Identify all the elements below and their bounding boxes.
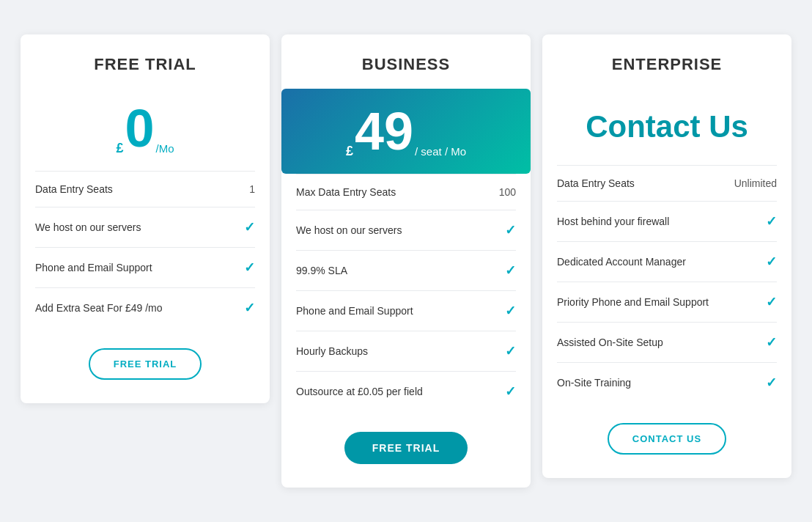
check-icon: ✓ xyxy=(766,294,777,310)
check-icon: ✓ xyxy=(766,375,777,391)
pricing-container: FREE TRIAL£0/MoData Entry Seats1We host … xyxy=(15,34,797,488)
feature-label: 99.9% SLA xyxy=(296,265,347,276)
feature-row: Hourly Backups✓ xyxy=(296,331,516,371)
plan-title-enterprise: ENTERPRISE xyxy=(557,55,777,74)
feature-row: Assisted On-Site Setup✓ xyxy=(557,322,777,362)
feature-value: 100 xyxy=(499,186,516,198)
check-icon: ✓ xyxy=(244,300,255,316)
feature-row: Add Extra Seat For £49 /mo✓ xyxy=(35,287,255,328)
plan-header-business: BUSINESS xyxy=(281,34,531,89)
feature-row: Data Entry SeatsUnlimited xyxy=(557,165,777,201)
feature-row: Data Entry Seats1 xyxy=(35,171,255,207)
feature-label: Priority Phone and Email Support xyxy=(557,296,709,308)
cta-button-business[interactable]: FREE TRIAL xyxy=(344,432,468,464)
feature-row: Outsource at £0.05 per field✓ xyxy=(296,371,516,411)
features-list-free-trial: Data Entry Seats1We host on our servers✓… xyxy=(21,171,270,328)
feature-label: Data Entry Seats xyxy=(557,177,635,189)
check-icon: ✓ xyxy=(766,254,777,270)
btn-area-enterprise: CONTACT US xyxy=(542,402,791,478)
plan-title-business: BUSINESS xyxy=(296,55,516,74)
features-list-business: Max Data Entry Seats100We host on our se… xyxy=(281,174,531,411)
price-amount: 49 xyxy=(355,105,413,158)
price-period: / seat / Mo xyxy=(415,145,466,158)
feature-row: Max Data Entry Seats100 xyxy=(296,174,516,210)
feature-value: Unlimited xyxy=(734,177,777,189)
cta-button-enterprise[interactable]: CONTACT US xyxy=(608,423,726,455)
feature-label: Phone and Email Support xyxy=(35,262,152,273)
feature-label: Outsource at £0.05 per field xyxy=(296,386,423,397)
feature-row: We host on our servers✓ xyxy=(296,210,516,250)
plan-title-free-trial: FREE TRIAL xyxy=(35,55,255,74)
check-icon: ✓ xyxy=(505,343,516,359)
feature-row: 99.9% SLA✓ xyxy=(296,250,516,290)
check-icon: ✓ xyxy=(766,334,777,350)
feature-label: On-Site Training xyxy=(557,377,631,389)
feature-label: Assisted On-Site Setup xyxy=(557,337,663,348)
feature-row: Host behind your firewall✓ xyxy=(557,201,777,241)
features-list-enterprise: Data Entry SeatsUnlimitedHost behind you… xyxy=(542,165,791,402)
check-icon: ✓ xyxy=(505,262,516,279)
check-icon: ✓ xyxy=(505,303,516,319)
feature-row: Phone and Email Support✓ xyxy=(35,247,255,287)
feature-label: Add Extra Seat For £49 /mo xyxy=(35,302,163,314)
contact-us-text: Contact Us xyxy=(542,89,791,165)
currency-symbol: £ xyxy=(346,144,353,158)
price-block-business: £49/ seat / Mo xyxy=(281,89,531,174)
feature-label: Host behind your firewall xyxy=(557,216,669,227)
feature-row: On-Site Training✓ xyxy=(557,362,777,402)
check-icon: ✓ xyxy=(244,219,255,235)
feature-label: Max Data Entry Seats xyxy=(296,186,396,198)
feature-label: Dedicated Account Manager xyxy=(557,256,686,268)
feature-row: Dedicated Account Manager✓ xyxy=(557,241,777,282)
plan-card-business: BUSINESS£49/ seat / MoMax Data Entry Sea… xyxy=(281,34,531,488)
feature-label: We host on our servers xyxy=(296,224,402,236)
feature-label: We host on our servers xyxy=(35,221,141,233)
feature-label: Hourly Backups xyxy=(296,345,368,357)
feature-row: Phone and Email Support✓ xyxy=(296,290,516,331)
feature-value: 1 xyxy=(249,183,255,195)
btn-area-free-trial: FREE TRIAL xyxy=(21,328,270,403)
cta-button-free-trial[interactable]: FREE TRIAL xyxy=(89,348,202,380)
plan-card-free-trial: FREE TRIAL£0/MoData Entry Seats1We host … xyxy=(21,34,270,403)
price-period: /Mo xyxy=(156,142,174,155)
currency-symbol: £ xyxy=(116,141,123,155)
plan-header-free-trial: FREE TRIAL xyxy=(21,34,270,89)
check-icon: ✓ xyxy=(766,213,777,229)
btn-area-business: FREE TRIAL xyxy=(281,411,531,488)
feature-row: We host on our servers✓ xyxy=(35,207,255,247)
feature-row: Priority Phone and Email Support✓ xyxy=(557,282,777,322)
feature-label: Data Entry Seats xyxy=(35,183,113,195)
plan-header-enterprise: ENTERPRISE xyxy=(542,34,791,89)
check-icon: ✓ xyxy=(505,222,516,238)
feature-label: Phone and Email Support xyxy=(296,305,413,317)
plan-card-enterprise: ENTERPRISEContact UsData Entry SeatsUnli… xyxy=(542,34,791,478)
check-icon: ✓ xyxy=(244,260,255,276)
price-block-free-trial: £0/Mo xyxy=(35,89,255,171)
check-icon: ✓ xyxy=(505,383,516,400)
price-amount: 0 xyxy=(125,102,154,155)
